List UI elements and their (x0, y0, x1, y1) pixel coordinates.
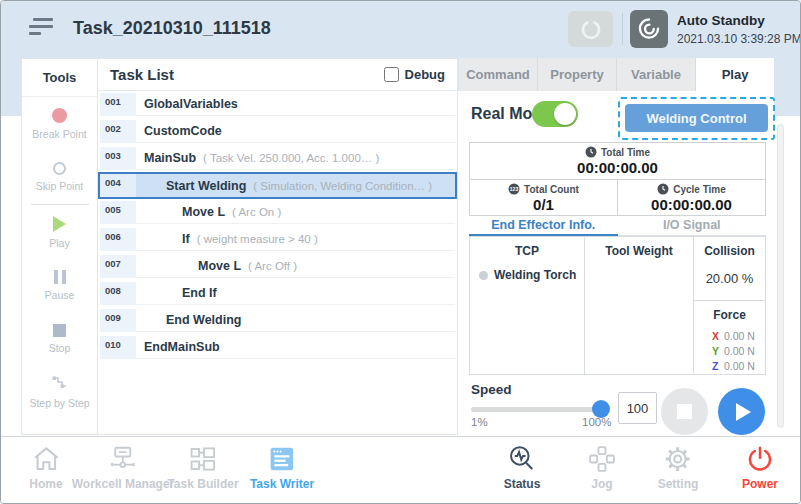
task-row[interactable]: 009 End Welding (98, 307, 457, 334)
speed-max-label: 100% (582, 416, 611, 428)
speed-slider-track[interactable] (471, 407, 608, 412)
menu-icon[interactable] (29, 18, 55, 40)
bottom-nav: Home Workcell Manager Task (1, 436, 801, 504)
task-row-number: 010 (100, 336, 136, 359)
task-row-selected[interactable]: 004 Start Welding( Simulation, Welding C… (98, 172, 457, 199)
tab-command[interactable]: Command (459, 58, 538, 91)
task-list-panel: Task List Debug 001 GlobalVariables 002 … (97, 58, 458, 435)
cycle-time-value: 00:00:00.00 (618, 196, 765, 213)
task-row-name: CustomCode (144, 124, 222, 138)
total-count-value: 0/1 (470, 196, 617, 213)
header-divider (622, 13, 623, 45)
task-writer-icon (267, 444, 297, 474)
tool-play[interactable]: Play (22, 206, 97, 259)
force-z: Z0.00 N (712, 360, 765, 372)
tab-property[interactable]: Property (538, 58, 617, 91)
collision-value: 20.00 % (694, 271, 765, 286)
nav-jog[interactable]: Jog (587, 444, 617, 491)
task-row[interactable]: 005 Move L( Arc On ) (98, 199, 457, 226)
task-list-header: Task List Debug (98, 59, 457, 91)
counter-icon: 123 (508, 183, 520, 195)
task-row-name: End Welding (166, 313, 241, 327)
tool-weight-column: Tool Weight (585, 237, 694, 374)
speed-input[interactable] (618, 392, 657, 424)
task-row[interactable]: 003 MainSub( Task Vel. 250.000, Acc. 1.0… (98, 145, 457, 172)
tool-step-by-step[interactable]: Step by Step (22, 365, 97, 418)
bullet-icon (479, 271, 488, 280)
tool-break-point[interactable]: Break Point (22, 97, 97, 150)
task-row-name: Move L (182, 205, 225, 219)
tab-variable[interactable]: Variable (617, 58, 696, 91)
pause-icon (54, 270, 66, 284)
task-row-param: ( Task Vel. 250.000, Acc. 1.000… ) (203, 152, 379, 164)
scrollbar[interactable] (777, 124, 784, 428)
play-run-button[interactable] (718, 388, 765, 435)
svg-text:123: 123 (510, 186, 519, 192)
robot-home-button[interactable] (568, 11, 613, 47)
task-row-number: 008 (100, 282, 136, 305)
tab-play[interactable]: Play (696, 58, 774, 91)
nav-status[interactable]: Status (504, 444, 541, 491)
status-timestamp: 2021.03.10 3:39:28 PM (677, 32, 801, 47)
tools-title: Tools (22, 59, 97, 97)
cycle-time-cell: Cycle Time 00:00:00.00 (618, 180, 765, 215)
speed-label: Speed (471, 382, 512, 397)
welding-control-button[interactable]: Welding Control (625, 104, 768, 132)
tools-divider (31, 204, 89, 205)
force-cell: Force X0.00 N Y0.00 N Z0.00 N (694, 301, 765, 372)
nav-setting[interactable]: Setting (658, 444, 699, 491)
tool-weight-header: Tool Weight (585, 237, 693, 258)
home-icon (31, 444, 61, 474)
task-row-name: Start Welding (166, 179, 246, 193)
task-list-title: Task List (110, 66, 174, 83)
info-subtabs: End Effector Info. I/O Signal (469, 216, 766, 236)
task-row-name: EndMainSub (144, 340, 220, 354)
task-row[interactable]: 008 End If (98, 280, 457, 307)
stop-icon (53, 324, 66, 337)
task-row-param: ( Arc On ) (232, 206, 281, 218)
collision-cell: Collision 20.00 % (694, 237, 765, 301)
nav-task-builder[interactable]: Task Builder (167, 444, 238, 491)
step-by-step-icon (51, 375, 68, 392)
total-count-cell: 123 Total Count 0/1 (470, 180, 618, 215)
tool-stop[interactable]: Stop (22, 312, 97, 365)
nav-home[interactable]: Home (29, 444, 62, 491)
right-panel: Command Property Variable Play Real Mode… (458, 58, 801, 436)
task-row-name: End If (182, 286, 217, 300)
robot-status: Auto Standby 2021.03.10 3:39:28 PM (677, 13, 801, 47)
nav-task-writer[interactable]: Task Writer (250, 444, 314, 491)
task-row[interactable]: 001 GlobalVariables (98, 91, 457, 118)
task-row[interactable]: 010 EndMainSub (98, 334, 457, 361)
stop-run-button[interactable] (661, 388, 708, 435)
task-row-number: 001 (100, 93, 136, 116)
force-x: X0.00 N (712, 330, 765, 342)
page-title: Task_20210310_111518 (73, 18, 271, 39)
speed-min-label: 1% (471, 416, 488, 428)
task-builder-icon (188, 444, 218, 474)
app-window: Task_20210310_111518 Auto Standby 2021.0… (0, 0, 801, 504)
timer-box: Total Time 00:00:00.00 123 Total Count 0… (469, 142, 766, 216)
tcp-column: TCP Welding Torch (470, 237, 585, 374)
subtab-io-signal[interactable]: I/O Signal (618, 216, 767, 236)
total-time-cell: Total Time 00:00:00.00 (470, 143, 765, 180)
tool-pause[interactable]: Pause (22, 259, 97, 312)
tool-skip-point[interactable]: Skip Point (22, 150, 97, 203)
real-mode-toggle[interactable] (532, 101, 578, 127)
force-y: Y0.00 N (712, 345, 765, 357)
right-panel-tabs: Command Property Variable Play (459, 58, 774, 91)
nav-workcell-manager[interactable]: Workcell Manager (72, 444, 174, 491)
workcell-manager-icon (108, 444, 138, 474)
task-row[interactable]: 002 CustomCode (98, 118, 457, 145)
robot-state-label: Auto Standby (677, 13, 801, 30)
task-row[interactable]: 006 If( weight measure > 40 ) (98, 226, 457, 253)
nav-power[interactable]: Power (742, 444, 778, 491)
tcp-item[interactable]: Welding Torch (470, 258, 584, 282)
task-row-number: 003 (100, 147, 136, 170)
play-triangle-icon (736, 403, 751, 421)
task-row-number: 007 (100, 255, 136, 278)
robot-mode-button[interactable] (630, 10, 668, 48)
debug-checkbox[interactable] (384, 67, 399, 82)
task-row[interactable]: 007 Move L( Arc Off ) (98, 253, 457, 280)
subtab-end-effector-info[interactable]: End Effector Info. (469, 216, 618, 236)
break-point-icon (52, 108, 67, 123)
